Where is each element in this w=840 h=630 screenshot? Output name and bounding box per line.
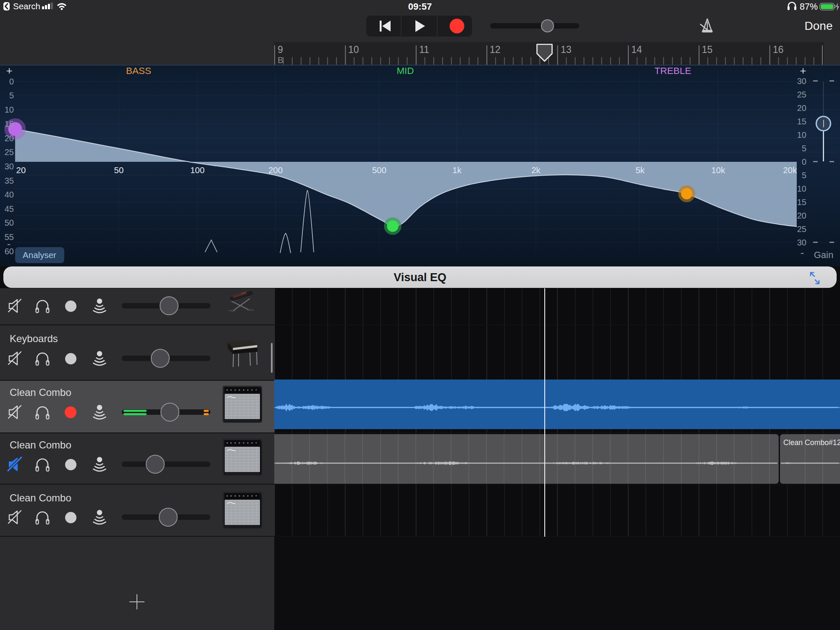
svg-text:+: +	[6, 65, 12, 77]
svg-text:15: 15	[702, 44, 713, 55]
svg-text:35: 35	[5, 176, 14, 185]
svg-text:55: 55	[5, 232, 14, 242]
svg-text:16: 16	[773, 44, 784, 55]
svg-text:1k: 1k	[452, 165, 462, 175]
svg-text:87%: 87%	[800, 2, 818, 12]
svg-text:-: -	[801, 246, 804, 259]
svg-text:MID: MID	[396, 66, 414, 76]
svg-text:5: 5	[802, 171, 806, 180]
svg-text:15: 15	[797, 198, 806, 207]
svg-text:12: 12	[490, 44, 501, 55]
svg-text:0: 0	[802, 157, 806, 166]
svg-text:30: 30	[797, 238, 806, 247]
svg-text:100: 100	[190, 165, 205, 175]
svg-text:30: 30	[5, 162, 14, 171]
svg-text:+: +	[800, 65, 806, 77]
svg-text:50: 50	[114, 165, 124, 175]
svg-text:20: 20	[797, 211, 806, 220]
svg-text:25: 25	[797, 224, 806, 234]
svg-text:40: 40	[5, 190, 14, 199]
svg-text:10: 10	[797, 184, 806, 193]
svg-text:10: 10	[348, 44, 359, 55]
svg-text:Search: Search	[13, 1, 40, 11]
svg-text:500: 500	[372, 165, 386, 175]
svg-text:10: 10	[797, 130, 806, 140]
svg-text:0: 0	[9, 77, 14, 86]
svg-text:10: 10	[5, 105, 14, 114]
svg-text:2k: 2k	[531, 165, 541, 175]
svg-text:20: 20	[5, 134, 14, 143]
svg-text:20: 20	[16, 165, 26, 175]
svg-text:13: 13	[561, 44, 572, 55]
svg-text:45: 45	[5, 204, 14, 214]
svg-text:Analyser: Analyser	[23, 250, 56, 260]
svg-text:25: 25	[797, 90, 806, 99]
svg-text:30: 30	[797, 76, 806, 86]
svg-text:15: 15	[797, 117, 806, 126]
svg-text:14: 14	[631, 44, 642, 55]
svg-text:15: 15	[5, 119, 14, 129]
svg-text:20: 20	[797, 103, 806, 113]
svg-text:50: 50	[5, 218, 14, 227]
svg-text:20k: 20k	[783, 165, 797, 175]
svg-text:5: 5	[9, 91, 14, 100]
svg-text:TREBLE: TREBLE	[654, 66, 691, 76]
svg-text:60: 60	[5, 247, 14, 256]
svg-text:11: 11	[419, 44, 429, 55]
svg-text:BASS: BASS	[126, 66, 151, 76]
svg-text:5k: 5k	[635, 165, 645, 175]
svg-text:25: 25	[5, 148, 14, 157]
svg-text:5: 5	[802, 144, 806, 153]
svg-text:10k: 10k	[711, 165, 725, 175]
svg-text:200: 200	[268, 165, 283, 175]
svg-text:Gain: Gain	[814, 250, 833, 260]
svg-text:9: 9	[278, 44, 283, 55]
svg-text:B: B	[278, 55, 284, 65]
